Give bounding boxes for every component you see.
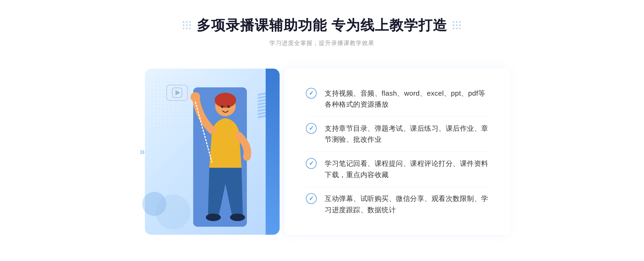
check-circle-4: ✓ [306,193,317,204]
svg-point-9 [221,105,224,108]
human-figure-illustration [166,82,263,237]
feature-text-2: 支持章节目录、弹题考试、课后练习、课后作业、章节测验、批改作业 [325,123,488,145]
feature-text-4: 互动弹幕、试听购买、微信分享、观看次数限制、学习进度跟踪、数据统计 [325,193,488,215]
page-wrapper: 多项录播课辅助功能 专为线上教学打造 学习进度全掌握，提升录播课教学效果 » [0,0,644,243]
check-icon-4: ✓ [309,196,314,202]
features-panel: ✓ 支持视频、音频、flash、word、excel、ppt、pdf等各种格式的… [284,69,510,235]
check-icon-3: ✓ [309,161,314,166]
feature-item-2: ✓ 支持章节目录、弹题考试、课后练习、课后作业、章节测验、批改作业 [306,118,488,151]
header-section: 多项录播课辅助功能 专为线上教学打造 学习进度全掌握，提升录播课教学效果 [183,16,461,47]
illustration-wrapper [134,61,290,243]
feature-item-3: ✓ 学习笔记回看、课程提问、课程评论打分、课件资料下载，重点内容收藏 [306,153,488,186]
divider-3 [306,187,488,187]
check-icon-2: ✓ [309,125,314,131]
check-circle-3: ✓ [306,158,317,169]
check-circle-1: ✓ [306,88,317,99]
content-section: » [134,61,510,243]
feature-item-4: ✓ 互动弹幕、试听购买、微信分享、观看次数限制、学习进度跟踪、数据统计 [306,188,488,221]
svg-point-6 [206,214,221,221]
feature-text-1: 支持视频、音频、flash、word、excel、ppt、pdf等各种格式的资源… [325,88,488,110]
divider-1 [306,116,488,117]
svg-point-5 [191,92,200,102]
divider-2 [306,151,488,152]
right-dots-decoration [453,21,461,30]
page-subtitle: 学习进度全掌握，提升录播课教学效果 [269,39,374,47]
feature-item-1: ✓ 支持视频、音频、flash、word、excel、ppt、pdf等各种格式的… [306,83,488,115]
blue-vertical-bar [266,69,280,235]
check-circle-2: ✓ [306,123,317,134]
page-title: 多项录播课辅助功能 专为线上教学打造 [197,16,447,35]
check-icon-1: ✓ [309,90,314,96]
feature-text-3: 学习笔记回看、课程提问、课程评论打分、课件资料下载，重点内容收藏 [325,158,488,180]
title-row: 多项录播课辅助功能 专为线上教学打造 [183,16,461,35]
svg-point-10 [227,105,230,108]
svg-point-7 [230,214,245,221]
left-dots-decoration [183,21,191,30]
